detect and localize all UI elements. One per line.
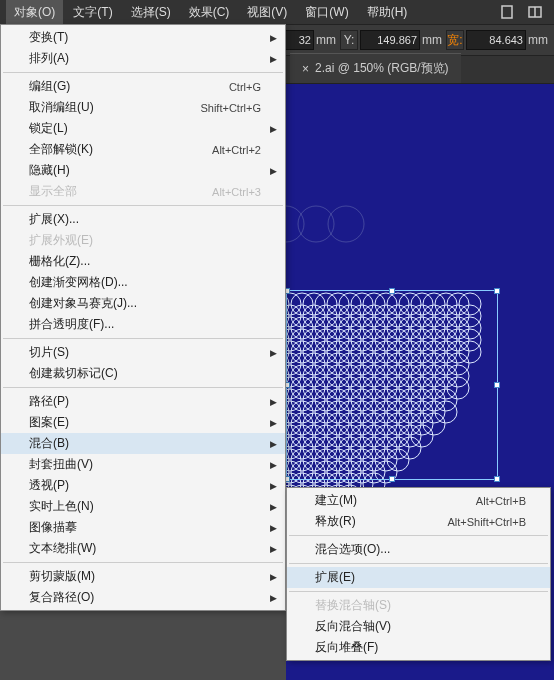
submenu-arrow-icon: ▶ <box>270 481 277 491</box>
menu-item-label: 图案(E) <box>29 414 261 431</box>
blend-submenu-item[interactable]: 混合选项(O)... <box>287 539 550 560</box>
menu-item-label: 锁定(L) <box>29 120 261 137</box>
object-menu-item[interactable]: 剪切蒙版(M)▶ <box>1 566 285 587</box>
menu-item-label: 扩展(E) <box>315 569 526 586</box>
layout-icon[interactable] <box>526 3 544 21</box>
object-menu-item[interactable]: 创建渐变网格(D)... <box>1 272 285 293</box>
menu-item-label: 取消编组(U) <box>29 99 200 116</box>
submenu-arrow-icon: ▶ <box>270 544 277 554</box>
submenu-arrow-icon: ▶ <box>270 166 277 176</box>
input-w[interactable] <box>466 30 526 50</box>
menu-item-label: 替换混合轴(S) <box>315 597 526 614</box>
unit-w: mm <box>528 33 548 47</box>
submenu-arrow-icon: ▶ <box>270 460 277 470</box>
field-1: mm <box>284 30 336 50</box>
blend-submenu-item[interactable]: 释放(R)Alt+Shift+Ctrl+B <box>287 511 550 532</box>
object-menu-item[interactable]: 取消编组(U)Shift+Ctrl+G <box>1 97 285 118</box>
menu-item-label: 建立(M) <box>315 492 476 509</box>
menu-item-label: 拼合透明度(F)... <box>29 316 261 333</box>
object-menu-item[interactable]: 编组(G)Ctrl+G <box>1 76 285 97</box>
object-menu: 变换(T)▶排列(A)▶编组(G)Ctrl+G取消编组(U)Shift+Ctrl… <box>0 24 286 611</box>
object-menu-item[interactable]: 创建对象马赛克(J)... <box>1 293 285 314</box>
menu-item-label: 全部解锁(K) <box>29 141 212 158</box>
menu-item-label: 实时上色(N) <box>29 498 261 515</box>
menu-item-label: 排列(A) <box>29 50 261 67</box>
object-menu-item[interactable]: 拼合透明度(F)... <box>1 314 285 335</box>
menu-help[interactable]: 帮助(H) <box>359 0 416 25</box>
submenu-arrow-icon: ▶ <box>270 593 277 603</box>
blend-submenu-item[interactable]: 建立(M)Alt+Ctrl+B <box>287 490 550 511</box>
menu-item-label: 扩展外观(E) <box>29 232 261 249</box>
menu-separator <box>289 591 548 592</box>
sel-handle-bm[interactable] <box>389 476 395 482</box>
menu-item-shortcut: Ctrl+G <box>229 81 261 93</box>
object-menu-item[interactable]: 封套扭曲(V)▶ <box>1 454 285 475</box>
menu-item-label: 变换(T) <box>29 29 261 46</box>
menu-item-label: 反向混合轴(V) <box>315 618 526 635</box>
object-menu-item[interactable]: 隐藏(H)▶ <box>1 160 285 181</box>
object-menu-item[interactable]: 切片(S)▶ <box>1 342 285 363</box>
menu-item-label: 释放(R) <box>315 513 447 530</box>
input-y[interactable] <box>360 30 420 50</box>
object-menu-item[interactable]: 栅格化(Z)... <box>1 251 285 272</box>
submenu-arrow-icon: ▶ <box>270 397 277 407</box>
object-menu-item[interactable]: 扩展(X)... <box>1 209 285 230</box>
menu-item-shortcut: Alt+Ctrl+3 <box>212 186 261 198</box>
menu-item-shortcut: Alt+Ctrl+B <box>476 495 526 507</box>
submenu-arrow-icon: ▶ <box>270 348 277 358</box>
menu-select[interactable]: 选择(S) <box>123 0 179 25</box>
sel-handle-mr[interactable] <box>494 382 500 388</box>
sel-handle-ml[interactable] <box>286 382 290 388</box>
submenu-arrow-icon: ▶ <box>270 502 277 512</box>
menu-item-label: 混合(B) <box>29 435 261 452</box>
object-menu-item[interactable]: 锁定(L)▶ <box>1 118 285 139</box>
blend-submenu-item[interactable]: 反向混合轴(V) <box>287 616 550 637</box>
menu-item-label: 路径(P) <box>29 393 261 410</box>
field-y: Y: mm <box>340 30 442 50</box>
sel-handle-br[interactable] <box>494 476 500 482</box>
submenu-arrow-icon: ▶ <box>270 418 277 428</box>
object-menu-item[interactable]: 创建裁切标记(C) <box>1 363 285 384</box>
object-menu-item[interactable]: 排列(A)▶ <box>1 48 285 69</box>
doc-icon[interactable] <box>498 3 516 21</box>
menu-window[interactable]: 窗口(W) <box>297 0 356 25</box>
object-menu-item[interactable]: 实时上色(N)▶ <box>1 496 285 517</box>
blend-submenu-item[interactable]: 反向堆叠(F) <box>287 637 550 658</box>
document-tab[interactable]: × 2.ai @ 150% (RGB/预览) <box>290 53 461 83</box>
menu-item-label: 混合选项(O)... <box>315 541 526 558</box>
object-menu-item[interactable]: 变换(T)▶ <box>1 27 285 48</box>
tab-close[interactable]: × <box>302 62 309 76</box>
menu-separator <box>3 338 283 339</box>
label-y: Y: <box>340 30 358 50</box>
submenu-arrow-icon: ▶ <box>270 33 277 43</box>
object-menu-item[interactable]: 全部解锁(K)Alt+Ctrl+2 <box>1 139 285 160</box>
menu-view[interactable]: 视图(V) <box>239 0 295 25</box>
blend-submenu-item[interactable]: 扩展(E) <box>287 567 550 588</box>
object-menu-item[interactable]: 路径(P)▶ <box>1 391 285 412</box>
object-menu-item[interactable]: 混合(B)▶ <box>1 433 285 454</box>
svg-rect-0 <box>502 6 512 18</box>
svg-point-3 <box>286 206 304 242</box>
submenu-arrow-icon: ▶ <box>270 572 277 582</box>
menu-type[interactable]: 文字(T) <box>65 0 120 25</box>
input-1[interactable] <box>284 30 314 50</box>
menu-item-label: 扩展(X)... <box>29 211 261 228</box>
menu-item-label: 剪切蒙版(M) <box>29 568 261 585</box>
sel-handle-tr[interactable] <box>494 288 500 294</box>
object-menu-item[interactable]: 透视(P)▶ <box>1 475 285 496</box>
object-menu-item[interactable]: 图案(E)▶ <box>1 412 285 433</box>
menu-object[interactable]: 对象(O) <box>6 0 63 25</box>
menu-item-label: 切片(S) <box>29 344 261 361</box>
sel-handle-bl[interactable] <box>286 476 290 482</box>
object-menu-item[interactable]: 复合路径(O)▶ <box>1 587 285 608</box>
sel-handle-tl[interactable] <box>286 288 290 294</box>
unit-1: mm <box>316 33 336 47</box>
object-menu-item[interactable]: 文本绕排(W)▶ <box>1 538 285 559</box>
blend-submenu: 建立(M)Alt+Ctrl+B释放(R)Alt+Shift+Ctrl+B混合选项… <box>286 487 551 661</box>
menu-item-label: 封套扭曲(V) <box>29 456 261 473</box>
menu-item-label: 栅格化(Z)... <box>29 253 261 270</box>
menu-effect[interactable]: 效果(C) <box>181 0 238 25</box>
menu-item-label: 文本绕排(W) <box>29 540 261 557</box>
sel-handle-tm[interactable] <box>389 288 395 294</box>
object-menu-item[interactable]: 图像描摹▶ <box>1 517 285 538</box>
